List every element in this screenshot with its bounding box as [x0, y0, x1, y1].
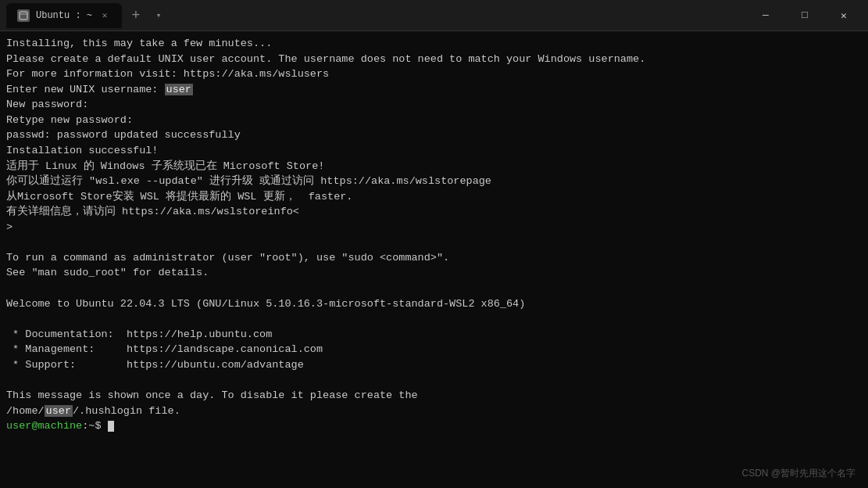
cursor: [108, 421, 114, 432]
line-message-shown: This message is shown once a day. To dis…: [6, 388, 862, 404]
tab-icon: [17, 9, 30, 22]
line-prompt: user@machine:~$: [6, 418, 862, 434]
maximize-button[interactable]: □: [787, 3, 823, 28]
line-docs: * Documentation: https://help.ubuntu.com: [6, 327, 862, 343]
line-chinese-3: 从Microsoft Store安装 WSL 将提供最新的 WSL 更新， fa…: [6, 189, 862, 205]
blank-line-1: [6, 235, 862, 250]
line-installation-successful: Installation successful!: [6, 143, 862, 159]
active-tab[interactable]: Ubuntu : ~ ✕: [6, 3, 122, 28]
title-bar: Ubuntu : ~ ✕ + ▾ — □ ✕: [0, 0, 868, 31]
line-retype-password: Retype new password:: [6, 113, 862, 128]
line-chinese-4: 有关详细信息，请访问 https://aka.ms/wslstoreinfo<: [6, 204, 862, 220]
tab-area: Ubuntu : ~ ✕ + ▾: [6, 3, 748, 28]
line-chinese-1: 适用于 Linux 的 Windows 子系统现已在 Microsoft Sto…: [6, 159, 862, 174]
window-controls: — □ ✕: [748, 3, 862, 28]
line-create-account: Please create a default UNIX user accoun…: [6, 52, 862, 67]
line-welcome: Welcome to Ubuntu 22.04.3 LTS (GNU/Linux…: [6, 296, 862, 312]
line-support: * Support: https://ubuntu.com/advantage: [6, 357, 862, 373]
username-value: user: [165, 84, 193, 95]
tab-dropdown-button[interactable]: ▾: [150, 7, 167, 24]
line-enter-username: Enter new UNIX username: user: [6, 82, 862, 98]
line-chinese-2: 你可以通过运行 "wsl.exe --update" 进行升级 或通过访问 ht…: [6, 174, 862, 189]
terminal-window: Ubuntu : ~ ✕ + ▾ — □ ✕ Installing, this …: [0, 0, 868, 488]
watermark: CSDN @暂时先用这个名字: [741, 467, 855, 480]
blank-line-2: [6, 281, 862, 296]
line-gt: >: [6, 220, 862, 235]
line-man-sudo: See "man sudo_root" for details.: [6, 265, 862, 281]
line-hushlogin: /home/user/.hushlogin file.: [6, 404, 862, 419]
close-button[interactable]: ✕: [826, 3, 862, 28]
tab-label: Ubuntu : ~: [36, 10, 92, 21]
minimize-button[interactable]: —: [748, 3, 784, 28]
line-passwd-updated: passwd: password updated successfully: [6, 127, 862, 143]
svg-rect-0: [20, 12, 27, 20]
new-tab-button[interactable]: +: [125, 5, 147, 27]
prompt-green-text: user@machine: [6, 420, 82, 432]
line-new-password: New password:: [6, 97, 862, 113]
home-username-value: user: [45, 405, 73, 417]
blank-line-4: [6, 372, 862, 388]
tab-close-button[interactable]: ✕: [98, 9, 111, 22]
blank-line-3: [6, 311, 862, 327]
line-sudo-info: To run a command as administrator (user …: [6, 250, 862, 266]
line-installing: Installing, this may take a few minutes.…: [6, 36, 862, 52]
line-more-info: For more information visit: https://aka.…: [6, 66, 862, 82]
terminal-body[interactable]: Installing, this may take a few minutes.…: [0, 31, 868, 488]
line-management: * Management: https://landscape.canonica…: [6, 342, 862, 357]
